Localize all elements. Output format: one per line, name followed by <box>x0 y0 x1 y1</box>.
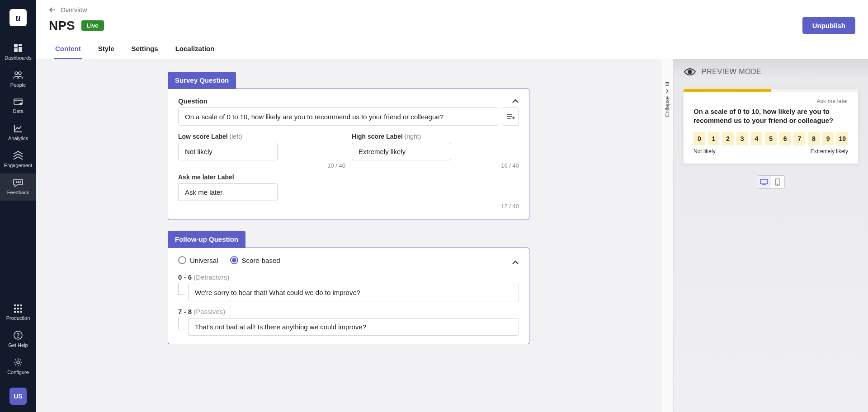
tab-style[interactable]: Style <box>97 40 115 59</box>
high-score-input[interactable] <box>352 143 451 160</box>
svg-rect-0 <box>14 44 18 47</box>
grid-icon <box>14 304 22 313</box>
branch-icon <box>178 283 185 295</box>
score-2[interactable]: 2 <box>722 132 734 145</box>
svg-rect-17 <box>14 311 16 313</box>
detractors-note: (Detractors) <box>193 273 229 281</box>
sidebar-item-dashboards[interactable]: Dashboards <box>0 39 36 66</box>
analytics-icon <box>14 124 23 133</box>
feedback-icon <box>13 178 23 187</box>
sidebar-item-label: People <box>10 82 26 88</box>
svg-rect-13 <box>20 304 22 306</box>
passives-input[interactable] <box>188 318 519 336</box>
page-title: NPS <box>49 19 75 33</box>
low-score-input[interactable] <box>178 143 278 160</box>
svg-rect-2 <box>19 47 22 52</box>
sidebar-item-engagement[interactable]: Engagement <box>0 146 36 173</box>
svg-rect-14 <box>14 308 16 309</box>
followup-question-card: Universal Score-based 0 - 6 (Detractors) <box>168 248 529 344</box>
followup-type-radio: Universal Score-based <box>178 256 280 264</box>
device-desktop[interactable] <box>757 176 771 188</box>
ask-later-input[interactable] <box>178 183 278 201</box>
engagement-icon <box>13 151 23 160</box>
tab-content[interactable]: Content <box>54 40 82 59</box>
score-9[interactable]: 9 <box>822 132 834 145</box>
svg-rect-12 <box>17 304 19 306</box>
dashboards-icon <box>14 43 23 52</box>
ask-later-label: Ask me later Label <box>178 173 234 181</box>
svg-rect-3 <box>14 48 18 52</box>
card-tab-label: Survey Question <box>168 72 236 89</box>
breadcrumb-label: Overview <box>61 6 87 14</box>
svg-point-5 <box>19 72 21 75</box>
sidebar-item-configure[interactable]: Configure <box>0 353 36 380</box>
eye-icon <box>684 67 696 76</box>
sidebar-item-data[interactable]: Data <box>0 93 36 119</box>
menu-icon <box>665 82 670 86</box>
breadcrumb[interactable]: Overview <box>49 6 855 14</box>
detractors-input[interactable] <box>188 284 519 301</box>
svg-point-9 <box>18 182 19 183</box>
sidebar-item-production[interactable]: Production <box>0 300 36 326</box>
svg-rect-32 <box>760 179 768 184</box>
sidebar-item-help[interactable]: Get Help <box>0 326 36 353</box>
radio-universal[interactable]: Universal <box>178 256 218 264</box>
svg-point-35 <box>777 184 778 185</box>
sidebar-item-label: Configure <box>7 370 29 375</box>
score-4[interactable]: 4 <box>751 132 763 145</box>
sidebar-item-feedback[interactable]: Feedback <box>0 173 36 201</box>
svg-rect-19 <box>20 311 22 313</box>
score-0[interactable]: 0 <box>693 132 705 145</box>
status-badge: Live <box>81 20 104 31</box>
score-1[interactable]: 1 <box>708 132 720 145</box>
preview-question: On a scale of 0 to 10, how likely are yo… <box>693 107 848 126</box>
workspace: Survey Question Question <box>36 59 868 412</box>
collapse-label: Collapse <box>664 96 670 117</box>
sidebar-item-analytics[interactable]: Analytics <box>0 119 36 146</box>
gear-icon <box>14 358 23 367</box>
sidebar: u Dashboards People Data Analytics Engag… <box>0 0 36 412</box>
score-5[interactable]: 5 <box>765 132 777 145</box>
score-3[interactable]: 3 <box>736 132 748 145</box>
card-tab-label: Follow-up Question <box>168 231 245 248</box>
preview-scale: 0 1 2 3 4 5 6 7 8 9 10 <box>693 132 848 145</box>
question-input[interactable] <box>178 108 498 126</box>
sidebar-item-label: Data <box>13 108 23 114</box>
logo[interactable]: u <box>9 9 27 26</box>
ask-later-counter: 12 / 40 <box>178 203 519 210</box>
people-icon <box>13 70 23 80</box>
insert-variable-button[interactable] <box>503 108 519 126</box>
preview-high-label: Extremely likely <box>811 148 848 154</box>
score-10[interactable]: 10 <box>836 132 848 145</box>
svg-point-7 <box>20 103 22 105</box>
svg-point-4 <box>15 72 18 75</box>
detractors-range: 0 - 6 <box>178 273 192 281</box>
score-7[interactable]: 7 <box>793 132 805 145</box>
score-8[interactable]: 8 <box>808 132 820 145</box>
help-icon <box>14 331 23 340</box>
org-badge[interactable]: US <box>9 388 27 405</box>
sidebar-item-people[interactable]: People <box>0 66 36 93</box>
tabs: Content Style Settings Localization <box>49 38 855 59</box>
topbar: Overview NPS Live Unpublish Content Styl… <box>36 0 868 59</box>
svg-rect-15 <box>17 308 19 309</box>
chevron-up-icon[interactable] <box>512 260 519 265</box>
svg-point-22 <box>17 361 19 364</box>
unpublish-button[interactable]: Unpublish <box>802 17 855 34</box>
tab-localization[interactable]: Localization <box>175 40 216 59</box>
preview-ask-later[interactable]: Ask me later <box>693 98 848 104</box>
collapse-rail[interactable]: Collapse <box>661 59 674 412</box>
score-6[interactable]: 6 <box>779 132 791 145</box>
high-score-hint: (right) <box>405 133 421 140</box>
preview-progress-bar <box>684 89 858 92</box>
question-label: Question <box>178 97 208 105</box>
svg-point-21 <box>18 337 19 338</box>
chevron-up-icon[interactable] <box>512 99 519 103</box>
tab-settings[interactable]: Settings <box>131 40 159 59</box>
high-score-counter: 16 / 40 <box>352 162 519 169</box>
device-mobile[interactable] <box>771 176 784 188</box>
sidebar-item-label: Feedback <box>7 190 29 195</box>
passives-range: 7 - 8 <box>178 308 192 315</box>
survey-question-block: Survey Question Question <box>168 72 529 220</box>
radio-score-based[interactable]: Score-based <box>230 256 280 264</box>
